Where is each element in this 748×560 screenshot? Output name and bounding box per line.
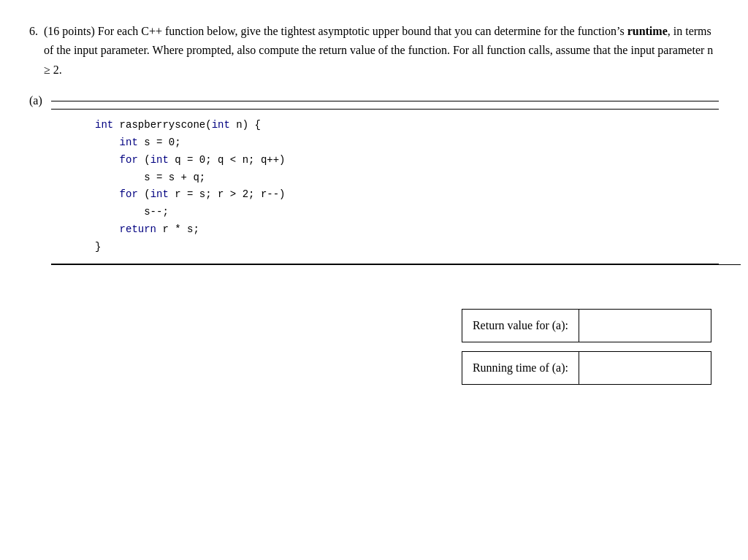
return-value-label: Return value for (a): <box>462 310 579 342</box>
bottom-divider <box>51 264 741 265</box>
code-line-4: for (int r = s; r > 2; r--) <box>95 186 719 204</box>
running-time-row: Running time of (a): <box>462 351 711 385</box>
bold-runtime: runtime <box>627 25 668 37</box>
code-block-a: int raspberryscone(int n) { int s = 0; f… <box>95 117 719 256</box>
code-line-6: return r * s; <box>95 221 719 239</box>
question-text-before-bold: For each C++ function below, give the ti… <box>98 25 627 37</box>
points-label: (16 points) <box>44 25 95 37</box>
part-a-section: (a) int raspberryscone(int n) { int s = … <box>29 94 719 264</box>
question-text: (16 points) For each C++ function below,… <box>44 22 719 80</box>
bottom-section: Return value for (a): Running time of (a… <box>29 309 719 385</box>
return-value-input[interactable] <box>579 310 711 342</box>
code-line-3: s = s + q; <box>95 169 719 187</box>
part-a-label: (a) <box>29 94 42 107</box>
return-value-row: Return value for (a): <box>462 309 711 342</box>
code-line-1: int s = 0; <box>95 134 719 152</box>
part-a-label-row: (a) <box>29 94 719 107</box>
question-container: 6. (16 points) For each C++ function bel… <box>29 22 719 385</box>
top-divider <box>51 101 719 101</box>
code-line-2: for (int q = 0; q < n; q++) <box>95 152 719 169</box>
running-time-input[interactable] <box>579 352 711 384</box>
code-line-5: s--; <box>95 204 719 221</box>
code-line-0: int raspberryscone(int n) { <box>95 117 719 134</box>
question-header: 6. (16 points) For each C++ function bel… <box>29 22 719 80</box>
running-time-label: Running time of (a): <box>462 352 579 384</box>
code-region-a: int raspberryscone(int n) { int s = 0; f… <box>51 109 719 264</box>
code-line-7: } <box>95 239 719 256</box>
question-number: 6. <box>29 22 38 41</box>
